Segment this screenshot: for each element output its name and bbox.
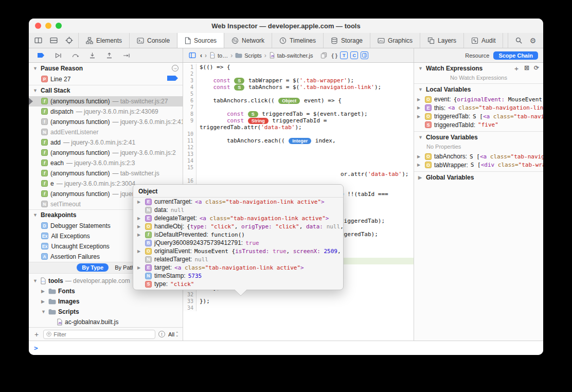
disclosure-triangle-icon[interactable]: ▶ bbox=[417, 154, 422, 159]
object-property-row[interactable]: ▶EdelegateTarget:<a class="tab-navigatio… bbox=[133, 214, 343, 222]
by-path-button[interactable]: By Path bbox=[115, 264, 135, 271]
code-line[interactable]: 34 bbox=[183, 305, 414, 311]
line-number[interactable]: 2 bbox=[183, 70, 196, 77]
element-picker-icon[interactable] bbox=[64, 35, 74, 46]
code-line[interactable]: 9 const String triggeredTabId = bbox=[183, 117, 414, 124]
code-line[interactable]: 15 bbox=[183, 164, 414, 171]
close-window-button[interactable] bbox=[35, 23, 41, 29]
disclosure-triangle-icon[interactable]: ▼ bbox=[41, 309, 46, 314]
variable-row[interactable]: StriggeredTabId:"five" bbox=[414, 121, 543, 130]
continue-pause-icon[interactable] bbox=[36, 50, 46, 61]
forward-icon[interactable]: › bbox=[205, 52, 207, 59]
code-line[interactable]: 11 tabAnchors.each(( Integer index, bbox=[183, 137, 414, 144]
line-number[interactable]: 10 bbox=[183, 131, 196, 137]
issues-filter-icon[interactable]: ! bbox=[158, 331, 165, 337]
tab-network[interactable]: Network bbox=[224, 33, 272, 48]
minimize-window-button[interactable] bbox=[45, 23, 51, 29]
line-number[interactable]: 6 bbox=[183, 97, 196, 104]
type-profiler-button[interactable]: T bbox=[340, 51, 348, 59]
go-to-icon[interactable]: → bbox=[172, 65, 178, 72]
call-stack-frame[interactable]: NaddEventListener bbox=[29, 127, 183, 137]
filter-input[interactable] bbox=[53, 331, 152, 337]
variable-row[interactable]: ▶OtabWrapper:S [<div class="tab-wrapper"… bbox=[414, 161, 543, 170]
tab-timelines[interactable]: Timelines bbox=[272, 33, 324, 48]
tab-layers[interactable]: Layers bbox=[420, 33, 464, 48]
call-stack-frame[interactable]: f(anonymous function) — jquery-3.6.0.min… bbox=[29, 117, 183, 127]
code-line[interactable]: 5 bbox=[183, 91, 414, 97]
line-number[interactable]: 13 bbox=[183, 151, 196, 157]
breadcrumb-origin[interactable]: <> to… bbox=[209, 52, 228, 59]
disclosure-triangle-icon[interactable]: ▼ bbox=[33, 278, 38, 283]
line-number[interactable]: 7 bbox=[183, 104, 196, 111]
call-stack-frame[interactable]: fadd — jquery-3.6.0.min.js:2:41 bbox=[29, 137, 183, 148]
closure-variables-header[interactable]: ▼ Closure Variables bbox=[414, 132, 543, 143]
disclosure-triangle-icon[interactable]: ▼ bbox=[418, 66, 423, 71]
code-line[interactable]: 12 bbox=[183, 144, 414, 151]
add-watch-icon[interactable]: ＋ bbox=[513, 64, 520, 73]
line-number[interactable]: 15 bbox=[183, 164, 196, 171]
disclosure-triangle-icon[interactable]: ▶ bbox=[41, 289, 46, 294]
variable-row[interactable]: ▶Ethis:<a class="tab-navigation-link act… bbox=[414, 104, 543, 113]
code-line[interactable]: 32 bbox=[183, 291, 414, 298]
object-property-row[interactable]: ▶EcurrentTarget:<a class="tab-navigation… bbox=[133, 198, 343, 206]
tab-scope-chain[interactable]: Scope Chain bbox=[493, 51, 538, 60]
line-number[interactable]: 9 bbox=[183, 117, 196, 124]
disclosure-triangle-icon[interactable]: ▶ bbox=[137, 233, 142, 237]
disclosure-triangle-icon[interactable]: ▶ bbox=[417, 163, 422, 167]
object-property-row[interactable]: Stype:"click" bbox=[133, 280, 343, 288]
line-number[interactable]: 34 bbox=[183, 305, 196, 311]
tab-elements[interactable]: Elements bbox=[79, 33, 130, 48]
line-number[interactable] bbox=[183, 124, 196, 131]
filter-field[interactable] bbox=[43, 330, 155, 339]
console-prompt-icon[interactable]: > bbox=[34, 344, 38, 352]
disclosure-triangle-icon[interactable]: ▼ bbox=[418, 87, 423, 92]
object-property-row[interactable]: NtimeStamp:5735 bbox=[133, 272, 343, 280]
details-sidebar-toggle-icon[interactable] bbox=[361, 51, 368, 59]
gear-icon[interactable]: ⚙ bbox=[528, 35, 538, 46]
watch-expressions-header[interactable]: ▼ Watch Expressions ＋ ⊠ ⟳ bbox=[414, 63, 543, 74]
tab-console[interactable]: Console bbox=[130, 33, 177, 48]
call-stack-frame[interactable]: fdispatch — jquery-3.6.0.min.js:2:43069 bbox=[29, 106, 183, 117]
search-icon[interactable] bbox=[513, 35, 524, 46]
local-variables-header[interactable]: ▼ Local Variables bbox=[414, 84, 543, 95]
line-number[interactable]: 4 bbox=[183, 84, 196, 91]
code-line[interactable]: 13 bbox=[183, 151, 414, 157]
code-line[interactable]: triggeredTab.attr('data-tab'); bbox=[183, 124, 414, 131]
step-out-icon[interactable] bbox=[104, 50, 114, 61]
line-number[interactable]: 1 bbox=[183, 64, 196, 70]
code-line[interactable]: 14 bbox=[183, 157, 414, 164]
code-line[interactable]: 33}); bbox=[183, 298, 414, 305]
disclosure-triangle-icon[interactable]: ▶ bbox=[137, 265, 142, 270]
navigation-sidebar-toggle-icon[interactable] bbox=[187, 50, 198, 61]
call-stack-frame[interactable]: feach — jquery-3.6.0.min.js:2:3 bbox=[29, 158, 183, 168]
line-number[interactable]: 5 bbox=[183, 91, 196, 97]
line-number[interactable]: 33 bbox=[183, 298, 196, 305]
line-number[interactable]: 12 bbox=[183, 144, 196, 151]
copy-icon[interactable] bbox=[319, 50, 329, 61]
back-icon[interactable]: ‹ bbox=[200, 52, 202, 59]
call-stack-frame[interactable]: f(anonymous function) — tab-switcher.js bbox=[29, 168, 183, 179]
quick-console-bar[interactable]: > bbox=[29, 341, 543, 355]
call-stack-header[interactable]: ▼ Call Stack bbox=[29, 85, 183, 96]
disclosure-triangle-icon[interactable]: ▶ bbox=[417, 105, 422, 110]
code-line[interactable]: 1$(() => { bbox=[183, 64, 414, 70]
code-line[interactable]: 10 bbox=[183, 131, 414, 137]
code-line[interactable]: 8 const S triggeredTab = $(event.target)… bbox=[183, 111, 414, 117]
line-number[interactable] bbox=[183, 171, 196, 177]
disclosure-triangle-icon[interactable]: ▶ bbox=[137, 200, 142, 204]
add-breakpoint-icon[interactable]: + bbox=[33, 330, 40, 338]
disclosure-triangle-icon[interactable]: ▼ bbox=[33, 88, 38, 93]
breadcrumb-folder[interactable]: Scripts bbox=[235, 52, 262, 59]
tab-graphics[interactable]: Graphics bbox=[370, 33, 420, 48]
call-stack-frame[interactable]: f(anonymous function) — tab-switcher.js:… bbox=[29, 96, 183, 106]
disclosure-triangle-icon[interactable]: ▶ bbox=[137, 249, 142, 254]
variable-row[interactable]: ▶Oevent:{originalEvent: MouseEvent { bbox=[414, 95, 543, 104]
line-number[interactable]: 3 bbox=[183, 77, 196, 84]
tab-sources[interactable]: Sources bbox=[177, 33, 224, 48]
breakpoint-flag-icon[interactable] bbox=[167, 75, 178, 83]
tab-storage[interactable]: Storage bbox=[324, 33, 370, 48]
disclosure-triangle-icon[interactable]: ▼ bbox=[33, 66, 38, 71]
object-property-row[interactable]: Ndata:null bbox=[133, 206, 343, 214]
object-property-row[interactable]: ▶OhandleObj:{type: "click", origType: "c… bbox=[133, 222, 343, 230]
tab-resource[interactable]: Resource bbox=[465, 52, 489, 59]
